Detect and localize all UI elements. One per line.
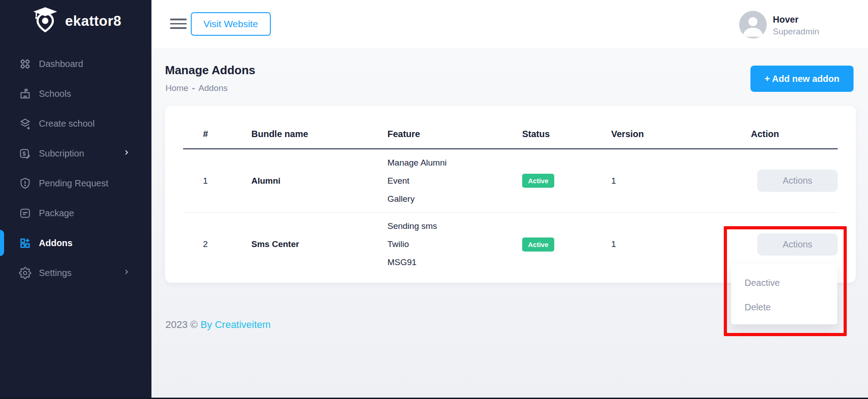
bundle-name: Sms Center	[251, 239, 387, 249]
column-header-status: Status	[522, 129, 611, 139]
feature-item: Twilio	[387, 235, 522, 253]
footer-copyright: 2023 © By Creativeitem	[165, 319, 271, 331]
breadcrumb-home-link[interactable]: Home	[165, 83, 189, 93]
user-menu[interactable]: Hover Superadmin	[739, 11, 819, 40]
gear-icon	[19, 267, 31, 279]
feature-item: MSG91	[387, 253, 522, 271]
column-header-bundle-name: Bundle name	[251, 129, 387, 139]
sidebar-item-label: Pending Request	[39, 178, 108, 189]
status-badge: Active	[522, 238, 554, 252]
breadcrumb-current: Addons	[198, 83, 227, 93]
shield-alert-icon	[19, 177, 31, 190]
column-header-feature: Feature	[387, 129, 522, 139]
logo-text: ekattor8	[65, 13, 122, 29]
chevron-right-icon	[123, 269, 130, 277]
feature-item: Gallery	[387, 190, 522, 208]
app-logo[interactable]: ekattor8	[32, 6, 122, 36]
grid-plus-icon	[19, 237, 31, 249]
hamburger-menu-icon[interactable]	[170, 19, 187, 32]
sidebar-item-label: Settings	[39, 268, 71, 278]
main-content: Manage Addons Home-Addons + Add new addo…	[151, 48, 868, 399]
page-title: Manage Addons	[165, 63, 255, 77]
add-new-addon-button[interactable]: + Add new addon	[750, 66, 854, 92]
sidebar-item-settings[interactable]: Settings	[0, 258, 151, 288]
dashboard-grid-icon	[19, 58, 31, 70]
sidebar-item-create-school[interactable]: Create school	[0, 109, 151, 138]
bundle-name: Alumni	[251, 176, 387, 186]
sidebar-item-label: Package	[39, 208, 74, 218]
row-number: 2	[203, 239, 251, 249]
actions-dropdown-button[interactable]: Actions	[757, 170, 838, 192]
dollar-card-icon: $	[19, 147, 31, 160]
column-header-action: Action	[751, 129, 838, 139]
sidebar-item-addons[interactable]: Addons	[0, 228, 151, 258]
chevron-right-icon	[123, 149, 130, 158]
sidebar-item-label: Create school	[39, 119, 94, 129]
table-row: 1 Alumni Manage Alumni Event Gallery Act…	[183, 149, 838, 213]
user-role: Superadmin	[773, 27, 819, 37]
sidebar-item-dashboard[interactable]: Dashboard	[0, 49, 151, 79]
feature-list: Manage Alumni Event Gallery	[387, 154, 522, 208]
column-header-num: #	[203, 129, 251, 139]
status-badge: Active	[522, 174, 554, 188]
column-header-version: Version	[611, 129, 751, 139]
sidebar-item-schools[interactable]: Schools	[0, 79, 151, 109]
feature-item: Manage Alumni	[387, 154, 522, 172]
actions-dropdown-menu: Deactive Delete	[731, 264, 837, 324]
breadcrumb: Home-Addons	[165, 83, 227, 93]
footer-brand-link[interactable]: By Creativeitem	[200, 319, 270, 330]
actions-dropdown-button[interactable]: Actions	[757, 233, 838, 256]
row-number: 1	[203, 176, 251, 186]
sidebar-nav: Dashboard Schools Create school	[0, 49, 151, 288]
svg-text:$: $	[23, 151, 26, 157]
feature-item: Event	[387, 172, 522, 190]
dropdown-item-delete[interactable]: Delete	[745, 302, 771, 313]
topbar: Visit Website Hover Superadmin	[151, 0, 868, 48]
footer-year: 2023 ©	[165, 319, 198, 330]
version-value: 1	[611, 176, 751, 186]
graduation-pin-logo-icon	[32, 6, 59, 36]
breadcrumb-separator: -	[192, 83, 195, 93]
window-list-icon	[19, 207, 31, 219]
sidebar-item-subcription[interactable]: $ Subcription	[0, 138, 151, 168]
sidebar-item-pending-request[interactable]: Pending Request	[0, 168, 151, 198]
dropdown-item-deactive[interactable]: Deactive	[745, 278, 780, 288]
sidebar-item-package[interactable]: Package	[0, 198, 151, 228]
school-building-icon	[19, 88, 31, 100]
feature-list: Sending sms Twilio MSG91	[387, 217, 522, 271]
version-value: 1	[611, 239, 751, 249]
avatar	[739, 11, 767, 40]
sidebar-item-label: Schools	[39, 89, 71, 99]
layers-plus-icon	[19, 118, 31, 130]
sidebar-item-label: Addons	[39, 238, 72, 248]
addons-table-card: # Bundle name Feature Status Version Act…	[165, 106, 856, 283]
sidebar-item-label: Dashboard	[39, 59, 83, 69]
sidebar-item-label: Subcription	[39, 148, 84, 159]
table-header-row: # Bundle name Feature Status Version Act…	[183, 106, 838, 149]
visit-website-button[interactable]: Visit Website	[191, 12, 271, 36]
user-name: Hover	[773, 14, 819, 25]
sidebar: ekattor8 Dashboard Schools	[0, 0, 151, 399]
feature-item: Sending sms	[387, 217, 522, 235]
